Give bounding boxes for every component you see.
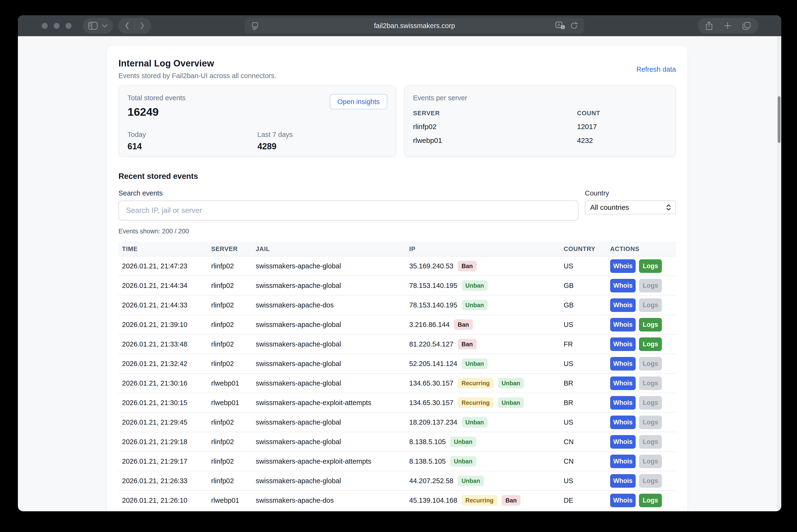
open-insights-button[interactable]: Open insights (330, 94, 387, 109)
whois-button[interactable]: Whois (610, 474, 636, 488)
cell-country: US (564, 360, 610, 368)
cell-server: rlwebp01 (211, 496, 256, 505)
per-server-table: SERVER COUNT rlinfp0212017rlwebp014232 (413, 110, 667, 145)
minimize-window-icon[interactable] (54, 23, 59, 29)
whois-button[interactable]: Whois (610, 416, 636, 429)
whois-button[interactable]: Whois (610, 357, 636, 370)
search-input[interactable] (119, 201, 578, 221)
badge-unban: Unban (498, 397, 524, 408)
logs-button[interactable]: Logs (639, 474, 662, 488)
scrollbar-thumb[interactable] (778, 96, 781, 143)
whois-button[interactable]: Whois (610, 318, 636, 331)
cell-server: rlinfp02 (211, 262, 256, 270)
whois-button[interactable]: Whois (610, 455, 636, 468)
zoom-window-icon[interactable] (66, 23, 72, 29)
tab-overview-icon[interactable] (742, 21, 751, 30)
cell-ip: 18.209.137.234Unban (409, 417, 564, 428)
cell-actions: WhoisLogs (610, 357, 676, 370)
whois-button[interactable]: Whois (610, 377, 636, 390)
sidebar-icon[interactable] (88, 22, 98, 30)
badge-recurring: Recurring (461, 495, 497, 506)
logs-button[interactable]: Logs (639, 494, 662, 507)
ip-address: 3.216.86.144 (409, 321, 450, 329)
chevron-down-icon[interactable] (102, 24, 108, 27)
select-chevrons-icon (666, 204, 671, 211)
country-select[interactable]: All countries (585, 201, 676, 214)
cell-ip: 45.139.104.168RecurringBan (409, 495, 564, 506)
stats-row: Total stored events 16249 Open insights … (119, 86, 676, 157)
forward-icon[interactable] (140, 22, 145, 30)
cell-jail: swissmakers-apache-global (256, 360, 409, 368)
badge-unban: Unban (450, 456, 476, 467)
logs-button[interactable]: Logs (639, 435, 662, 449)
logs-button[interactable]: Logs (639, 318, 662, 331)
new-tab-icon[interactable] (724, 22, 732, 30)
logs-button[interactable]: Logs (639, 377, 662, 390)
ip-address: 81.220.54.127 (409, 340, 453, 348)
share-icon[interactable] (705, 21, 713, 31)
table-row: 2026.01.21, 21:29:18rlinfp02swissmakers-… (119, 432, 676, 452)
cell-actions: WhoisLogs (610, 377, 676, 390)
table-row: 2026.01.21, 21:30:16rlwebp01swissmakers-… (119, 374, 676, 393)
logs-button[interactable]: Logs (639, 416, 662, 429)
cell-time: 2026.01.21, 21:47:23 (122, 262, 211, 270)
nav-controls (118, 18, 151, 34)
column-header-server: SERVER (211, 245, 256, 253)
close-window-icon[interactable] (42, 23, 48, 29)
logs-button[interactable]: Logs (639, 298, 662, 312)
logs-button[interactable]: Logs (639, 455, 662, 468)
whois-button[interactable]: Whois (610, 494, 636, 507)
logs-button[interactable]: Logs (639, 259, 662, 273)
url-bar[interactable]: fail2ban.swissmakers.corp A x (245, 18, 584, 34)
ip-address: 78.153.140.195 (409, 301, 457, 309)
cell-country: BR (564, 399, 610, 407)
cell-country: BR (564, 379, 610, 387)
table-row: 2026.01.21, 21:47:23rlinfp02swissmakers-… (119, 256, 676, 276)
cell-country: GB (564, 301, 610, 309)
logs-button[interactable]: Logs (639, 396, 662, 410)
badge-unban: Unban (461, 280, 488, 291)
ip-address: 78.153.140.195 (409, 282, 457, 289)
cell-time: 2026.01.21, 21:26:10 (122, 496, 211, 505)
cell-country: GB (564, 282, 610, 289)
ip-address: 134.65.30.157 (409, 379, 453, 387)
cell-time: 2026.01.21, 21:44:33 (122, 301, 211, 309)
back-icon[interactable] (124, 22, 130, 30)
logs-button[interactable]: Logs (639, 338, 662, 351)
cell-country: CN (564, 438, 610, 446)
logs-button[interactable]: Logs (639, 357, 662, 370)
badge-recurring: Recurring (458, 397, 493, 408)
cell-time: 2026.01.21, 21:29:18 (122, 438, 211, 446)
refresh-data-link[interactable]: Refresh data (636, 65, 676, 80)
cell-country: CN (564, 457, 610, 465)
cell-jail: swissmakers-apache-global (256, 438, 409, 446)
per-server-row: rlinfp0212017 (413, 122, 667, 131)
recent-events-heading: Recent stored events (119, 172, 676, 181)
whois-button[interactable]: Whois (610, 298, 636, 312)
whois-button[interactable]: Whois (610, 338, 636, 351)
badge-recurring: Recurring (458, 378, 493, 388)
whois-button[interactable]: Whois (610, 435, 636, 449)
cell-country: US (564, 321, 610, 329)
cell-time: 2026.01.21, 21:39:10 (122, 321, 211, 329)
column-header-time: TIME (122, 245, 211, 253)
today-label: Today (127, 131, 257, 138)
cell-ip: 52.205.141.124Unban (409, 358, 564, 369)
page-header: Internal Log Overview Events stored by F… (119, 58, 676, 80)
whois-button[interactable]: Whois (610, 259, 636, 273)
whois-button[interactable]: Whois (610, 279, 636, 292)
cell-jail: swissmakers-apache-exploit-attempts (256, 457, 409, 465)
whois-button[interactable]: Whois (610, 396, 636, 410)
cell-jail: swissmakers-apache-global (256, 379, 409, 387)
badge-ban: Ban (458, 339, 476, 349)
translate-icon[interactable]: A x (555, 21, 565, 31)
reload-icon[interactable] (570, 21, 578, 30)
reader-icon[interactable] (251, 21, 259, 30)
cell-server: rlinfp02 (211, 321, 256, 329)
server-name: rlwebp01 (413, 136, 577, 145)
logs-button[interactable]: Logs (639, 279, 662, 292)
svg-text:x: x (562, 26, 564, 29)
badge-ban: Ban (502, 495, 521, 506)
badge-unban: Unban (461, 417, 488, 428)
column-header-country: COUNTRY (564, 245, 610, 253)
